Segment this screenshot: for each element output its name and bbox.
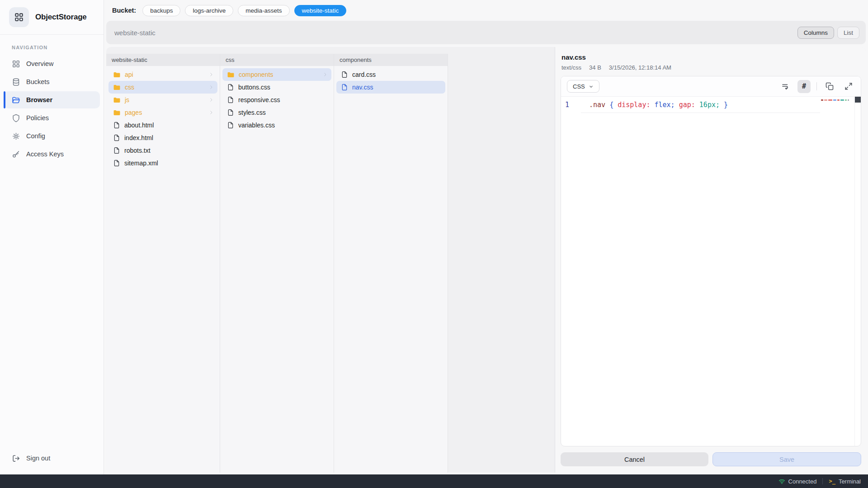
file-row-variables-css[interactable]: variables.css <box>222 119 331 131</box>
sidebar-item-overview[interactable]: Overview <box>4 55 100 72</box>
column-css: css components buttons.css <box>220 54 334 473</box>
item-name: api <box>125 71 133 78</box>
folder-icon <box>113 109 121 117</box>
columns-view-button[interactable]: Columns <box>797 27 834 39</box>
chevron-right-icon <box>208 72 214 77</box>
code-token: 16px; <box>695 101 720 109</box>
file-icon <box>113 160 120 167</box>
bucket-chip-backups[interactable]: backups <box>142 5 180 16</box>
code-token: { <box>605 101 618 109</box>
folder-row-css[interactable]: css <box>108 81 217 94</box>
connection-status: Connected <box>778 478 817 485</box>
list-view-button[interactable]: List <box>837 27 859 39</box>
file-modified-date: 3/15/2026, 12:18:14 AM <box>609 64 671 71</box>
sidebar-item-label: Overview <box>26 60 53 67</box>
item-name: robots.txt <box>124 147 151 154</box>
app-title: ObjectStorage <box>35 13 87 22</box>
grid-icon <box>12 60 20 68</box>
item-name: variables.css <box>238 122 275 129</box>
column-items: card.css nav.css <box>334 66 448 96</box>
file-row-buttons-css[interactable]: buttons.css <box>222 81 331 94</box>
code-token: flex; <box>650 101 675 109</box>
preview-meta: text/css 34 B 3/15/2026, 12:18:14 AM <box>561 64 859 71</box>
app-logo-icon <box>9 7 29 27</box>
sidebar-item-label: Browser <box>26 96 52 103</box>
code-token: gap: <box>675 101 695 109</box>
column-header: css <box>220 54 334 66</box>
nav-section-label: NAVIGATION <box>12 45 104 50</box>
folder-icon <box>113 96 121 104</box>
terminal-icon: >_ <box>829 478 835 484</box>
shield-icon <box>12 114 20 122</box>
code-line-1: 1 .nav { display: flex; gap: 16px; } <box>561 97 861 113</box>
folder-row-js[interactable]: js <box>108 94 217 106</box>
chevron-right-icon <box>208 110 214 115</box>
editor-scrollbar[interactable] <box>854 97 861 446</box>
file-preview-panel: nav.css text/css 34 B 3/15/2026, 12:18:1… <box>555 47 866 473</box>
sign-out-label: Sign out <box>26 455 50 462</box>
preview-footer: Cancel Save <box>555 446 866 473</box>
item-name: styles.css <box>238 109 266 116</box>
file-row-index-html[interactable]: index.html <box>108 131 217 144</box>
path-bar: website-static Columns List <box>106 21 866 44</box>
bucket-label: Bucket: <box>112 7 136 14</box>
grid-icon <box>14 12 24 22</box>
sidebar-item-access-keys[interactable]: Access Keys <box>4 145 100 163</box>
expand-icon <box>844 82 853 90</box>
file-icon <box>113 134 120 141</box>
folder-row-pages[interactable]: pages <box>108 106 217 119</box>
copy-button[interactable] <box>823 80 836 93</box>
sidebar-item-config[interactable]: Config <box>4 127 100 145</box>
bucket-chip-media-assets[interactable]: media-assets <box>238 5 289 16</box>
file-row-about-html[interactable]: about.html <box>108 119 217 131</box>
preview-file-name: nav.css <box>561 53 859 61</box>
scrollbar-thumb[interactable] <box>855 97 861 103</box>
bucket-chip-logs-archive[interactable]: logs-archive <box>185 5 233 16</box>
wifi-icon <box>778 478 785 485</box>
editor-toolbar: CSS # <box>561 76 861 97</box>
terminal-button[interactable]: >_ Terminal <box>829 478 861 485</box>
file-icon <box>227 109 234 116</box>
folder-open-icon <box>12 96 20 104</box>
word-wrap-button[interactable] <box>778 80 792 93</box>
folder-row-api[interactable]: api <box>108 68 217 81</box>
file-row-sitemap-xml[interactable]: sitemap.xml <box>108 157 217 169</box>
file-icon <box>227 96 234 103</box>
status-bar: Connected >_ Terminal <box>0 474 868 488</box>
file-icon <box>227 84 234 91</box>
language-select[interactable]: CSS <box>567 80 599 93</box>
sidebar-item-policies[interactable]: Policies <box>4 109 100 127</box>
chevron-right-icon <box>322 72 328 77</box>
folder-row-components[interactable]: components <box>222 68 331 81</box>
file-row-responsive-css[interactable]: responsive.css <box>222 94 331 106</box>
sign-out-button[interactable]: Sign out <box>0 448 104 468</box>
line-numbers-button[interactable]: # <box>797 80 811 93</box>
file-row-card-css[interactable]: card.css <box>336 68 445 81</box>
sidebar-divider <box>0 34 104 35</box>
file-icon <box>227 122 234 129</box>
database-icon <box>12 78 20 86</box>
file-row-robots-txt[interactable]: robots.txt <box>108 144 217 157</box>
bucket-chip-website-static[interactable]: website-static <box>294 5 347 16</box>
file-row-nav-css[interactable]: nav.css <box>336 81 445 94</box>
file-row-styles-css[interactable]: styles.css <box>222 106 331 119</box>
column-header: website-static <box>106 54 220 66</box>
code-token: .nav <box>589 101 605 109</box>
hash-icon: # <box>802 82 806 90</box>
sidebar: ObjectStorage NAVIGATION Overview Bucket… <box>0 0 104 474</box>
save-button[interactable]: Save <box>712 452 861 466</box>
item-name: card.css <box>352 71 376 78</box>
sidebar-item-buckets[interactable]: Buckets <box>4 73 100 90</box>
sidebar-item-browser[interactable]: Browser <box>4 91 100 108</box>
fullscreen-button[interactable] <box>842 80 855 93</box>
item-name: sitemap.xml <box>124 160 158 167</box>
code-editor[interactable]: 1 .nav { display: flex; gap: 16px; } <box>561 97 861 446</box>
language-label: CSS <box>573 83 585 90</box>
folder-icon <box>227 71 235 79</box>
cancel-button[interactable]: Cancel <box>561 452 708 466</box>
column-website-static: website-static api css <box>106 54 220 473</box>
folder-icon <box>113 71 121 79</box>
sidebar-item-label: Config <box>26 132 45 140</box>
file-icon <box>113 147 120 154</box>
word-wrap-icon <box>781 82 789 90</box>
